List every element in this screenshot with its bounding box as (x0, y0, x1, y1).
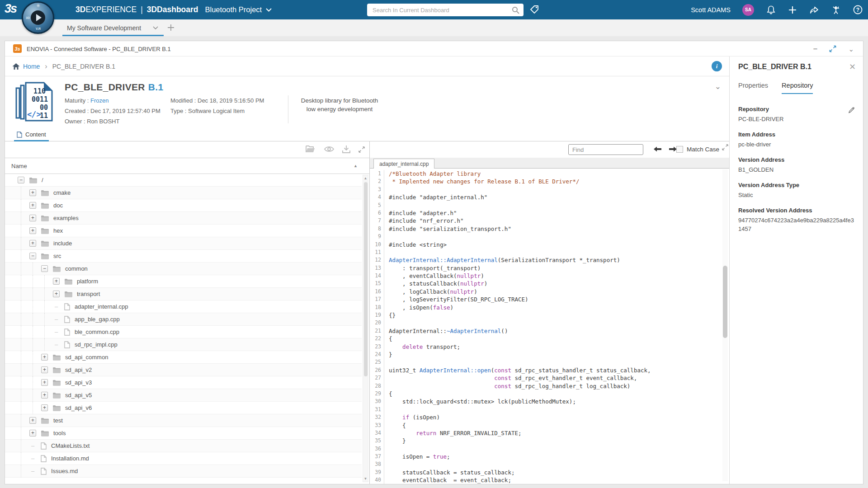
widget-menu-caret-icon[interactable]: ⌄ (848, 46, 854, 52)
tree-item-label[interactable]: sd_api_v6 (65, 404, 92, 411)
expand-node-icon[interactable]: + (29, 417, 36, 424)
maximize-icon[interactable] (829, 45, 836, 52)
scroll-up-icon[interactable]: ▲ (363, 176, 368, 180)
tree-row[interactable]: +cmake (5, 187, 362, 199)
help-icon[interactable]: ? (853, 5, 863, 15)
tree-row[interactable]: +transport (5, 288, 362, 300)
tree-row[interactable]: –CMakeLists.txt (5, 440, 362, 452)
close-icon[interactable]: ✕ (849, 62, 856, 72)
tree-item-label[interactable]: hex (53, 227, 63, 234)
project-name[interactable]: Bluetooth Project (205, 5, 262, 14)
tree-item-label[interactable]: sd_api_v5 (65, 392, 92, 399)
breadcrumb-home-link[interactable]: Home (23, 63, 40, 70)
header-collapse-caret-icon[interactable]: ⌄ (715, 82, 721, 91)
tree-row[interactable]: –sd_rpc_impl.cpp (5, 338, 362, 351)
tree-row[interactable]: −/ (5, 174, 362, 187)
tree-item-label[interactable]: transport (77, 291, 100, 297)
tree-item-label[interactable]: common (65, 265, 88, 272)
tab-repository[interactable]: Repository (782, 82, 813, 94)
expand-node-icon[interactable]: + (41, 366, 48, 373)
tree-row[interactable]: −src (5, 250, 362, 263)
open-folder-icon[interactable] (306, 145, 315, 153)
collapse-node-icon[interactable]: − (29, 253, 36, 259)
expand-node-icon[interactable]: + (29, 189, 36, 196)
expand-node-icon[interactable]: + (29, 202, 36, 209)
tree-scroll-thumb[interactable] (364, 182, 368, 376)
tree-row[interactable]: +sd_api_v3 (5, 376, 362, 389)
tab-my-software-development[interactable]: My Software Development (67, 19, 158, 36)
home-icon[interactable] (12, 63, 20, 70)
tree-item-label[interactable]: sd_api_v2 (65, 366, 92, 373)
tree-row[interactable]: +hex (5, 225, 362, 237)
expand-node-icon[interactable]: + (29, 227, 36, 234)
tree-item-label[interactable]: tools (53, 430, 66, 436)
sort-ascending-icon[interactable]: ▲ (354, 164, 358, 168)
tree-item-label[interactable]: examples (53, 215, 79, 221)
tree-item-label[interactable]: sd_rpc_impl.cpp (75, 341, 118, 348)
tree-row[interactable]: +doc (5, 199, 362, 212)
tree-item-label[interactable]: adapter_internal.cpp (75, 303, 128, 310)
search-input[interactable] (367, 7, 512, 14)
add-content-icon[interactable] (788, 5, 797, 15)
expand-node-icon[interactable]: + (41, 392, 48, 399)
expand-node-icon[interactable]: + (29, 240, 36, 247)
find-previous-icon[interactable] (653, 146, 662, 152)
tree-item-label[interactable]: sd_api_common (65, 354, 108, 361)
tree-row[interactable]: +sd_api_v6 (5, 402, 362, 414)
expand-node-icon[interactable]: + (41, 354, 48, 361)
code-file-tab[interactable]: adapter_internal.cpp (373, 159, 434, 169)
code-editor[interactable]: 1/*Bluetooth Adapter library2 * Implente… (370, 169, 729, 484)
tree-row[interactable]: –adapter_internal.cpp (5, 300, 362, 313)
tree-row[interactable]: +platform (5, 275, 362, 288)
expand-node-icon[interactable]: + (53, 278, 60, 285)
collaboration-people-icon[interactable] (831, 5, 841, 15)
tree-item-label[interactable]: / (42, 177, 43, 183)
tree-row[interactable]: –Issues.md (5, 465, 362, 478)
tree-row[interactable]: +sd_api_v5 (5, 389, 362, 402)
project-caret-icon[interactable] (266, 8, 272, 12)
expand-node-icon[interactable]: + (41, 379, 48, 386)
tree-row[interactable]: –Installation.md (5, 452, 362, 465)
tree-item-label[interactable]: Issues.md (51, 468, 78, 474)
search-icon[interactable] (512, 6, 519, 14)
compass-play-button[interactable] (31, 10, 45, 25)
scroll-down-icon[interactable]: ▼ (363, 477, 368, 481)
tab-caret-icon[interactable] (153, 26, 158, 29)
tree-item-label[interactable]: include (53, 240, 72, 247)
tree-item-label[interactable]: app_ble_gap.cpp (75, 316, 120, 323)
collapse-node-icon[interactable]: − (18, 177, 24, 183)
minimize-icon[interactable]: − (813, 45, 817, 53)
edit-pencil-icon[interactable] (848, 107, 855, 113)
notifications-bell-icon[interactable] (766, 5, 776, 15)
tree-column-header[interactable]: Name ▲ (5, 158, 369, 174)
tree-row[interactable]: +sd_api_v2 (5, 364, 362, 376)
tree-item-label[interactable]: sd_api_v3 (65, 379, 92, 386)
tree-item-label[interactable]: test (53, 417, 63, 424)
download-icon[interactable] (342, 145, 351, 154)
expand-node-icon[interactable]: + (41, 404, 48, 411)
collapse-node-icon[interactable]: − (41, 265, 48, 272)
tree-row[interactable]: +test (5, 414, 362, 427)
expand-node-icon[interactable]: + (29, 430, 36, 436)
tree-row[interactable]: +examples (5, 212, 362, 225)
tree-row[interactable]: +tools (5, 427, 362, 440)
tree-item-label[interactable]: ble_common.cpp (75, 328, 119, 335)
preview-eye-icon[interactable] (324, 145, 334, 153)
tree-row[interactable]: –app_ble_gap.cpp (5, 313, 362, 326)
tree-item-label[interactable]: CMakeLists.txt (51, 442, 90, 449)
code-scroll-thumb[interactable] (723, 266, 727, 338)
tree-item-label[interactable]: platform (77, 278, 98, 285)
avatar[interactable]: SA (742, 4, 754, 16)
tree-row[interactable]: −common (5, 263, 362, 275)
tree-scrollbar[interactable]: ▲ ▼ (363, 175, 368, 482)
tree-row[interactable]: +include (5, 237, 362, 250)
tab-content[interactable]: Content (14, 129, 49, 141)
share-icon[interactable] (809, 5, 819, 15)
tab-properties[interactable]: Properties (738, 82, 768, 94)
3dcompass[interactable]: 3D V.R (22, 1, 54, 34)
tree-header-label[interactable]: Name (11, 163, 27, 169)
maturity-value-link[interactable]: Frozen (90, 97, 108, 104)
user-name[interactable]: Scott ADAMS (691, 6, 731, 14)
tree-item-label[interactable]: Installation.md (51, 455, 89, 462)
code-scrollbar[interactable] (722, 169, 728, 481)
